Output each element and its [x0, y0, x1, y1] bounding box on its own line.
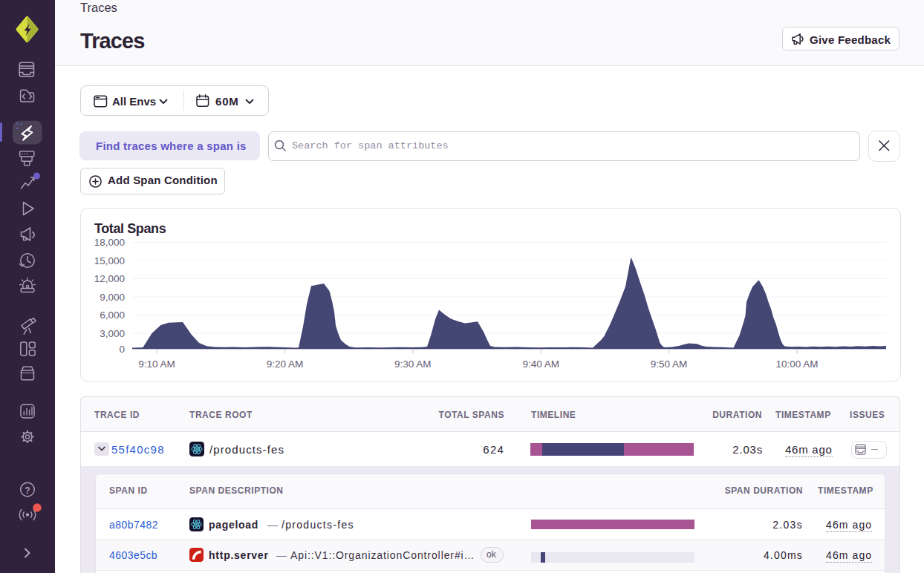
svg-text:?: ? [25, 485, 30, 496]
svg-text:10:00 AM: 10:00 AM [775, 358, 818, 370]
svg-text:15,000: 15,000 [94, 255, 125, 266]
svg-text:9:40 AM: 9:40 AM [522, 358, 559, 370]
svg-text:0: 0 [119, 344, 125, 355]
svg-text:9:50 AM: 9:50 AM [651, 358, 688, 370]
svg-text:6,000: 6,000 [100, 310, 125, 321]
svg-text:9:10 AM: 9:10 AM [138, 358, 175, 370]
svg-text:9:20 AM: 9:20 AM [267, 358, 304, 370]
svg-text:9:30 AM: 9:30 AM [394, 358, 432, 370]
svg-text:18,000: 18,000 [94, 237, 125, 248]
svg-text:12,000: 12,000 [94, 273, 125, 284]
svg-text:9,000: 9,000 [100, 292, 125, 303]
svg-text:3,000: 3,000 [100, 328, 125, 339]
